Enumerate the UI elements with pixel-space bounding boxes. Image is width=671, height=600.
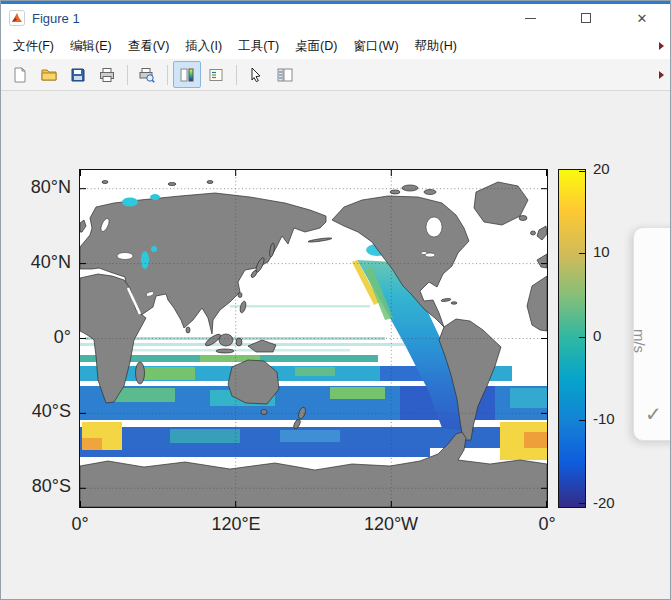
lon-tick-120W: 120°W	[346, 514, 436, 534]
colorbar-tick-neg20: -20	[593, 494, 639, 512]
menu-item-file[interactable]: 文件(F)	[5, 33, 62, 59]
colorbar-tick	[579, 253, 585, 254]
menu-item-window[interactable]: 窗口(W)	[345, 33, 406, 59]
figure-canvas: 80°N 40°N 0° 40°S 80°S 0° 120°E 120°W 0°…	[1, 90, 670, 599]
menu-item-insert[interactable]: 插入(I)	[177, 33, 230, 59]
toolbar-overflow-chevron-icon[interactable]	[659, 71, 664, 79]
minimize-icon	[525, 18, 536, 19]
toolbar	[1, 59, 670, 91]
print-figure-button[interactable]	[93, 61, 121, 88]
menu-item-desktop[interactable]: 桌面(D)	[287, 33, 345, 59]
insert-colorbar-icon	[179, 67, 195, 83]
lat-tick-80S: 80°S	[7, 476, 71, 496]
lat-tick-40S: 40°S	[7, 401, 71, 421]
colorbar-tick	[579, 337, 585, 338]
insert-colorbar-button[interactable]	[173, 61, 201, 88]
maximize-icon	[581, 13, 591, 23]
print-preview-button[interactable]	[133, 61, 161, 88]
world-map	[80, 170, 547, 507]
toolbar-separator	[167, 65, 168, 85]
menu-overflow-chevron-icon[interactable]	[659, 42, 664, 50]
colorbar	[558, 169, 586, 508]
lon-tick-0-right: 0°	[502, 514, 592, 534]
save-icon	[70, 67, 86, 83]
menu-item-tools[interactable]: 工具(T)	[230, 33, 287, 59]
open-folder-icon	[41, 67, 57, 83]
close-button[interactable]: ✕	[614, 4, 670, 32]
lon-tick-0-left: 0°	[35, 514, 125, 534]
colorbar-tick	[579, 503, 585, 504]
matlab-figure-icon	[9, 10, 25, 26]
window-title: Figure 1	[32, 11, 80, 26]
toolbar-separator	[236, 65, 237, 85]
colorbar-units-label: m/s	[631, 321, 647, 361]
colorbar-tick-20: 20	[593, 160, 639, 178]
close-icon: ✕	[637, 11, 648, 26]
lat-tick-0: 0°	[7, 327, 71, 347]
print-icon	[99, 67, 115, 83]
window-accent-line	[1, 1, 670, 4]
insert-legend-icon	[208, 67, 224, 83]
map-axes	[79, 169, 548, 508]
plot-browser-button[interactable]	[271, 61, 299, 88]
minimize-button[interactable]	[502, 4, 558, 32]
lat-tick-80N: 80°N	[7, 177, 71, 197]
toolbar-separator	[127, 65, 128, 85]
menu-bar: 文件(F) 编辑(E) 查看(V) 插入(I) 工具(T) 桌面(D) 窗口(W…	[1, 32, 670, 60]
print-preview-icon	[139, 67, 155, 83]
plot-browser-icon	[277, 67, 293, 83]
new-document-icon	[12, 67, 28, 83]
edit-plot-button[interactable]	[242, 61, 270, 88]
maximize-button[interactable]	[558, 4, 614, 32]
lon-tick-120E: 120°E	[191, 514, 281, 534]
pointer-icon	[248, 67, 264, 83]
menu-item-help[interactable]: 帮助(H)	[407, 33, 465, 59]
checkmark-icon[interactable]: ✓	[645, 402, 662, 426]
figure-window: Figure 1 ✕ 文件(F) 编辑(E) 查看(V) 插入(I) 工具(T)…	[0, 0, 671, 600]
menu-item-edit[interactable]: 编辑(E)	[62, 33, 120, 59]
lat-tick-40N: 40°N	[7, 252, 71, 272]
caption-buttons: ✕	[502, 4, 670, 32]
save-figure-button[interactable]	[64, 61, 92, 88]
menu-item-view[interactable]: 查看(V)	[120, 33, 178, 59]
titlebar[interactable]: Figure 1 ✕	[1, 4, 670, 32]
colorbar-tick	[579, 171, 585, 172]
open-file-button[interactable]	[35, 61, 63, 88]
colorbar-tick	[579, 420, 585, 421]
new-figure-button[interactable]	[6, 61, 34, 88]
insert-legend-button[interactable]	[202, 61, 230, 88]
